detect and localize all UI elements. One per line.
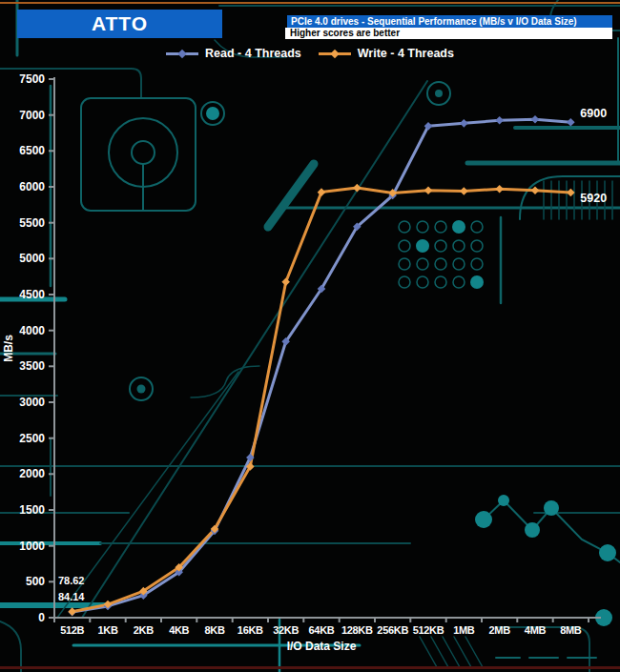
- write-data-point[interactable]: [424, 186, 433, 194]
- write-data-point[interactable]: [68, 607, 76, 616]
- y-axis-tick-label: 1500: [19, 503, 45, 517]
- write-series-line: [72, 188, 571, 612]
- benchmark-chart-window: ATTO PCIe 4.0 drives - Sequential Perfor…: [0, 0, 620, 672]
- y-axis-tick-label: 7000: [19, 109, 45, 122]
- x-axis-tick-label: 512B: [60, 624, 84, 636]
- x-axis-tick-label: 16KB: [238, 624, 263, 636]
- y-axis-tick-label: 7500: [19, 72, 45, 86]
- performance-line-chart: 0500100015002000250030003500400045005000…: [0, 0, 620, 672]
- y-axis-tick-label: 3500: [19, 359, 45, 373]
- write-data-point[interactable]: [281, 278, 290, 287]
- y-axis-tick-label: 2500: [19, 432, 45, 445]
- end-value-label: 5920: [580, 192, 607, 205]
- start-value-label: 78.62: [58, 575, 85, 586]
- read-data-point[interactable]: [460, 119, 468, 128]
- start-value-label: 84.14: [58, 591, 85, 602]
- x-axis-tick-label: 2KB: [134, 624, 154, 636]
- x-axis-tick-label: 128KB: [341, 624, 373, 636]
- y-axis-tick-label: 500: [26, 575, 45, 588]
- x-axis-title: I/O Data Size: [287, 640, 357, 653]
- write-data-point[interactable]: [495, 185, 504, 193]
- write-data-point[interactable]: [353, 184, 362, 193]
- x-axis-tick-label: 2MB: [489, 624, 511, 636]
- y-axis-tick-label: 6000: [19, 180, 45, 193]
- read-data-point[interactable]: [567, 118, 575, 127]
- y-axis-title: MB/s: [2, 335, 15, 362]
- y-axis-tick-label: 4500: [19, 288, 45, 301]
- y-axis-tick-label: 2000: [19, 467, 45, 480]
- y-axis-tick-label: 0: [38, 611, 45, 624]
- y-axis-tick-label: 4000: [19, 324, 45, 337]
- read-data-point[interactable]: [531, 115, 540, 124]
- x-axis-tick-label: 1KB: [97, 624, 117, 636]
- x-axis-tick-label: 8KB: [204, 624, 224, 636]
- y-axis-tick-label: 1000: [19, 540, 45, 553]
- x-axis-tick-label: 64KB: [309, 624, 335, 636]
- read-data-point[interactable]: [495, 116, 504, 125]
- end-value-label: 6900: [580, 107, 607, 120]
- write-data-point[interactable]: [460, 187, 468, 195]
- y-axis-tick-label: 3000: [19, 396, 45, 409]
- x-axis-tick-label: 32KB: [273, 624, 299, 636]
- write-data-point[interactable]: [318, 188, 326, 196]
- x-axis-tick-label: 4KB: [169, 624, 189, 636]
- x-axis-tick-label: 1MB: [453, 624, 475, 636]
- y-axis-tick-label: 5500: [19, 216, 45, 230]
- y-axis-tick-label: 6500: [19, 144, 45, 157]
- x-axis-tick-label: 8MB: [560, 624, 582, 636]
- write-data-point[interactable]: [567, 189, 575, 197]
- y-axis-tick-label: 5000: [19, 252, 45, 265]
- write-data-point[interactable]: [531, 186, 540, 194]
- x-axis-tick-label: 256KB: [377, 624, 408, 636]
- x-axis-tick-label: 4MB: [525, 624, 547, 636]
- x-axis-tick-label: 512KB: [413, 624, 444, 636]
